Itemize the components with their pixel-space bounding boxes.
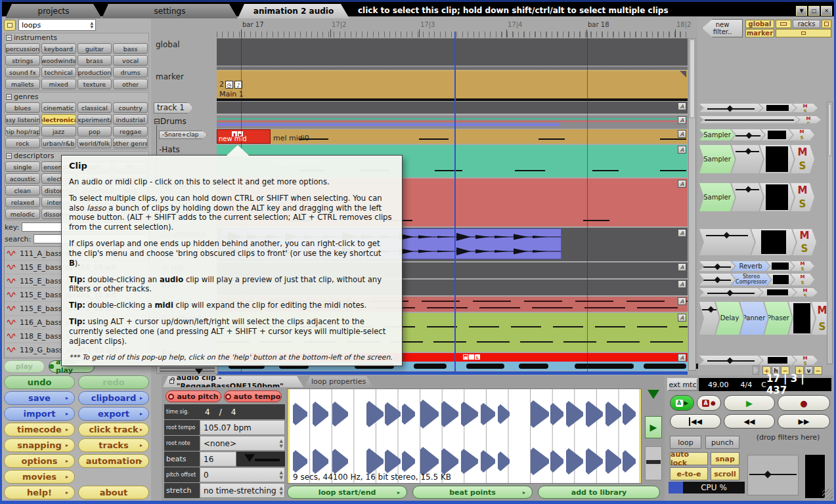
- resize-grip[interactable]: [822, 489, 833, 499]
- close-icon[interactable]: ✕: [821, 6, 832, 16]
- mixer-meter[interactable]: [760, 145, 794, 173]
- instrument-button-bass[interactable]: bass: [113, 43, 148, 54]
- song-position[interactable]: 17 | 3 | 437: [766, 373, 827, 396]
- export-button[interactable]: export▸: [78, 407, 149, 421]
- loop-start-end-button[interactable]: loop start/end▸: [287, 486, 407, 499]
- timecode-button[interactable]: timecode▸: [4, 423, 75, 436]
- stepper-arrows-icon[interactable]: ▲▼: [280, 438, 283, 449]
- mixer-ms[interactable]: MS: [796, 116, 821, 123]
- mixer-ms[interactable]: MS: [793, 104, 818, 112]
- tab-animation-2-audio[interactable]: animation 2 audio: [238, 4, 349, 18]
- genre-button-jazz[interactable]: jazz: [41, 126, 76, 136]
- mixer-faderbox[interactable]: [699, 302, 719, 335]
- mixer-label-sampler[interactable]: Sampler: [699, 129, 735, 140]
- mixer-ms[interactable]: MS: [789, 129, 814, 140]
- slider-thumb-icon[interactable]: [195, 369, 203, 374]
- instrument-button-mixed[interactable]: mixed: [41, 79, 76, 89]
- slider-thumb-icon[interactable]: [244, 454, 255, 462]
- section-header-genres[interactable]: −genres: [4, 92, 149, 100]
- preview-play-button[interactable]: play: [4, 360, 45, 373]
- beat-points-button[interactable]: beat points▸: [412, 486, 533, 499]
- ruler-label[interactable]: 17|3: [420, 21, 435, 28]
- mute-button[interactable]: M: [791, 261, 814, 266]
- track-row-snare-clap[interactable]: ▮ ▶ new mid mel midi0: [217, 129, 688, 144]
- save-button[interactable]: save▸: [4, 391, 75, 405]
- record-button[interactable]: ●: [778, 395, 830, 411]
- descriptor-button-clean[interactable]: clean: [5, 185, 40, 196]
- options-button[interactable]: options▸: [4, 454, 75, 468]
- descriptor-button-single[interactable]: single: [5, 161, 40, 172]
- track-row-track1[interactable]: [217, 102, 688, 114]
- solo-button[interactable]: S: [793, 361, 818, 366]
- tab-projects[interactable]: projects: [5, 4, 102, 18]
- collapse-icon[interactable]: −: [6, 35, 12, 41]
- marker-name[interactable]: Main 1: [219, 90, 244, 98]
- mute-button[interactable]: M: [791, 145, 814, 159]
- property-value[interactable]: no time-stretching▲▼: [200, 483, 285, 498]
- mixer-ms[interactable]: MS: [791, 183, 814, 211]
- ruler-label[interactable]: bar 17: [242, 21, 264, 28]
- ruler-label[interactable]: 17|4: [508, 21, 522, 28]
- racks-button[interactable]: racks: [793, 20, 820, 28]
- mixer-meter[interactable]: [761, 129, 793, 140]
- e-to-e-toggle[interactable]: e-to-e: [670, 467, 708, 480]
- mixer-faderbox[interactable]: [699, 229, 755, 255]
- descriptor-button-relaxed[interactable]: relaxed: [5, 197, 40, 207]
- shade-window-icon[interactable]: ▼: [796, 6, 807, 16]
- import-button[interactable]: import▸: [4, 407, 75, 421]
- genre-button-pop[interactable]: pop: [77, 126, 112, 136]
- fader-thumb-icon[interactable]: [745, 148, 751, 155]
- automation-button[interactable]: A: [678, 263, 686, 271]
- rack-tab-icon[interactable]: [776, 20, 791, 28]
- instrument-button-keyboard[interactable]: keyboard: [41, 43, 76, 54]
- fader-thumb-icon[interactable]: [715, 277, 721, 284]
- snapping-button[interactable]: snapping▸: [4, 438, 75, 452]
- ext-mtc-button[interactable]: ext mtc: [667, 378, 698, 391]
- new-filter-button[interactable]: new filter..: [702, 19, 743, 37]
- solo-button[interactable]: S: [793, 293, 818, 299]
- instrument-button-vocal[interactable]: vocal: [113, 55, 148, 66]
- fader-thumb-icon[interactable]: [715, 263, 721, 270]
- mixer-label-reverb[interactable]: Reverb: [732, 261, 770, 271]
- waveform-display[interactable]: 9 secs, 44100 Hz, 16 bit stereo, 15.5 KB: [287, 388, 642, 484]
- global-track-row[interactable]: [217, 38, 688, 66]
- instrument-button-production[interactable]: production: [77, 67, 112, 77]
- auto-tempo-toggle[interactable]: auto tempo: [224, 390, 282, 402]
- snap-toggle[interactable]: snap: [711, 452, 739, 465]
- solo-button[interactable]: S: [796, 121, 821, 127]
- global-rack-button[interactable]: global: [745, 20, 774, 28]
- property-value[interactable]: 16: [200, 452, 236, 467]
- mixer-fader[interactable]: [732, 129, 764, 140]
- fader-thumb-icon[interactable]: [723, 232, 730, 238]
- clipboard-button[interactable]: clipboard▸: [78, 391, 149, 405]
- fast-forward-button[interactable]: ▶▶: [778, 414, 830, 429]
- mixer-meter[interactable]: [759, 356, 796, 365]
- ruler-label[interactable]: 17|2: [332, 21, 346, 28]
- instrument-button-sound-fx[interactable]: sound fx: [5, 67, 40, 77]
- tab-loop-properties[interactable]: loop properties: [305, 376, 373, 387]
- beats-slider[interactable]: [236, 452, 285, 467]
- clock-icon[interactable]: ◷: [225, 81, 233, 89]
- track-label-hats[interactable]: -Hats: [159, 145, 180, 154]
- ruler-label[interactable]: 18|2: [676, 21, 691, 28]
- mixer-ms[interactable]: MS: [791, 145, 814, 173]
- genre-button-hip-hop-rap[interactable]: hip hop/rap: [5, 126, 40, 136]
- tracks-button[interactable]: tracks▸: [78, 438, 149, 452]
- mixer-line[interactable]: [699, 116, 799, 123]
- genre-button-reggae[interactable]: reggae: [113, 126, 148, 136]
- scroll-thumb[interactable]: [690, 39, 695, 118]
- automation-button[interactable]: A: [678, 280, 686, 288]
- section-header-instruments[interactable]: −instruments: [4, 33, 149, 41]
- instrument-button-technical[interactable]: technical: [41, 67, 76, 77]
- instrument-button-texture[interactable]: texture: [77, 79, 112, 89]
- mixer-meter[interactable]: [768, 274, 794, 285]
- property-value[interactable]: 105.07 bpm: [200, 420, 285, 435]
- marker-rack-button[interactable]: marker: [745, 29, 774, 37]
- fader-thumb-icon[interactable]: [745, 132, 752, 138]
- about-button[interactable]: about: [78, 486, 149, 499]
- marker-track-row[interactable]: 2 ◷ ♪ Main 1: [217, 70, 688, 98]
- genre-button-world-folk[interactable]: world/folk: [77, 138, 112, 148]
- mixer-ms[interactable]: MS: [791, 261, 814, 271]
- mixer-label-stereo-compressor[interactable]: Stereo Compressor: [732, 274, 771, 285]
- movies-button[interactable]: movies▸: [4, 470, 75, 484]
